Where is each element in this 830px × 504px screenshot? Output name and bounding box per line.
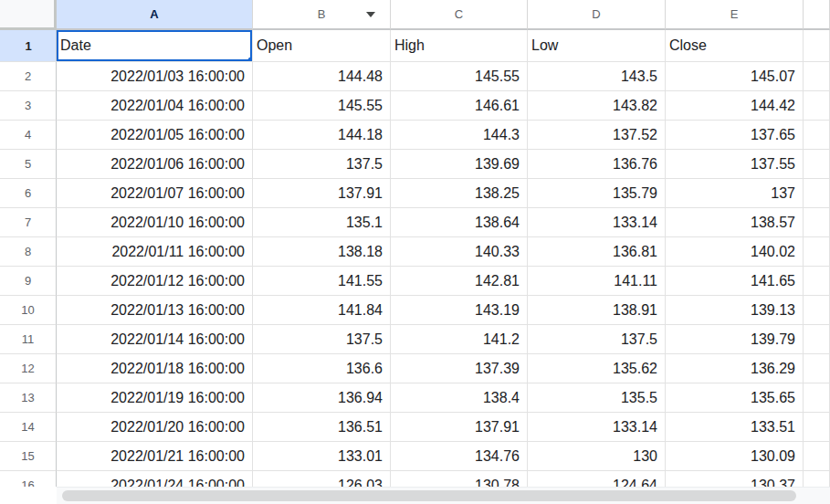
cell[interactable]: 141.84	[253, 296, 391, 325]
cell[interactable]: 139.13	[666, 296, 804, 325]
cell[interactable]: 145.55	[391, 62, 528, 91]
cell[interactable]: 134.76	[391, 442, 528, 471]
cell[interactable]: 137.55	[666, 150, 804, 179]
row-header[interactable]: 4	[0, 121, 57, 150]
cell[interactable]: 137.91	[253, 179, 391, 208]
cell[interactable]: 138.57	[666, 208, 804, 237]
cell[interactable]: Open	[253, 30, 391, 62]
row-header[interactable]: 1	[0, 30, 57, 62]
cell[interactable]: 143.19	[391, 296, 528, 325]
cell[interactable]: 2022/01/13 16:00:00	[57, 296, 253, 325]
cell[interactable]	[804, 325, 830, 354]
column-header[interactable]: E	[666, 0, 804, 30]
cell[interactable]: 140.33	[391, 237, 528, 267]
cell[interactable]	[804, 91, 830, 121]
select-all-corner[interactable]	[0, 0, 57, 30]
cell[interactable]	[804, 383, 830, 413]
cell[interactable]: 145.55	[253, 91, 391, 121]
cell[interactable]: 140.02	[666, 237, 804, 267]
cell[interactable]	[804, 296, 830, 325]
selected-cell[interactable]: Date	[57, 30, 253, 62]
cell[interactable]: 137.52	[528, 121, 666, 150]
horizontal-scrollbar[interactable]	[57, 487, 830, 504]
cell[interactable]	[804, 442, 830, 471]
cell[interactable]: 2022/01/21 16:00:00	[57, 442, 253, 471]
cell[interactable]: 137.91	[391, 413, 528, 442]
cell[interactable]: 135.62	[528, 354, 666, 383]
cell[interactable]: 135.5	[528, 383, 666, 413]
cell[interactable]	[804, 121, 830, 150]
cell[interactable]	[804, 62, 830, 91]
row-header[interactable]: 13	[0, 383, 57, 413]
column-header[interactable]: C	[391, 0, 528, 30]
row-header[interactable]: 8	[0, 237, 57, 267]
cell[interactable]: 144.3	[391, 121, 528, 150]
cell[interactable]: High	[391, 30, 528, 62]
row-header[interactable]: 6	[0, 179, 57, 208]
cell[interactable]: 141.2	[391, 325, 528, 354]
cell[interactable]: 2022/01/20 16:00:00	[57, 413, 253, 442]
cell[interactable]: 2022/01/07 16:00:00	[57, 179, 253, 208]
cell[interactable]: 2022/01/18 16:00:00	[57, 354, 253, 383]
fill-handle[interactable]	[247, 57, 253, 62]
row-header[interactable]: 10	[0, 296, 57, 325]
cell[interactable]: 138.25	[391, 179, 528, 208]
cell[interactable]: 136.51	[253, 413, 391, 442]
column-dropdown-icon[interactable]	[366, 12, 375, 17]
row-header[interactable]: 11	[0, 325, 57, 354]
cell[interactable]: 136.76	[528, 150, 666, 179]
cell[interactable]: 139.79	[666, 325, 804, 354]
cell[interactable]: 146.61	[391, 91, 528, 121]
horizontal-scrollbar-thumb[interactable]	[62, 490, 796, 501]
cell[interactable]: 144.18	[253, 121, 391, 150]
cell[interactable]	[804, 354, 830, 383]
column-header[interactable]: B	[253, 0, 391, 30]
row-header[interactable]: 9	[0, 267, 57, 296]
cell[interactable]: 2022/01/05 16:00:00	[57, 121, 253, 150]
cell[interactable]: 136.6	[253, 354, 391, 383]
cell[interactable]	[804, 208, 830, 237]
cell[interactable]: 141.65	[666, 267, 804, 296]
cell[interactable]: 138.91	[528, 296, 666, 325]
cell[interactable]: 139.69	[391, 150, 528, 179]
cell[interactable]: 141.11	[528, 267, 666, 296]
cell[interactable]: 144.42	[666, 91, 804, 121]
row-header[interactable]: 5	[0, 150, 57, 179]
cell[interactable]: 130	[528, 442, 666, 471]
cell[interactable]: 137	[666, 179, 804, 208]
cell[interactable]: 136.94	[253, 383, 391, 413]
cell[interactable]: 2022/01/12 16:00:00	[57, 267, 253, 296]
cell[interactable]: 2022/01/11 16:00:00	[57, 237, 253, 267]
cell[interactable]: 136.81	[528, 237, 666, 267]
row-header[interactable]: 2	[0, 62, 57, 91]
row-header[interactable]: 14	[0, 413, 57, 442]
cell[interactable]: 142.81	[391, 267, 528, 296]
cell[interactable]: 136.29	[666, 354, 804, 383]
row-header[interactable]: 3	[0, 91, 57, 121]
cell[interactable]	[804, 267, 830, 296]
cell[interactable]: Low	[528, 30, 666, 62]
cell[interactable]: 2022/01/03 16:00:00	[57, 62, 253, 91]
cell[interactable]: 138.4	[391, 383, 528, 413]
cell[interactable]: 143.5	[528, 62, 666, 91]
cell[interactable]: 137.5	[253, 150, 391, 179]
cell[interactable]: 138.18	[253, 237, 391, 267]
cell[interactable]	[804, 237, 830, 267]
row-header[interactable]: 7	[0, 208, 57, 237]
cell[interactable]: 2022/01/06 16:00:00	[57, 150, 253, 179]
cell[interactable]: 137.5	[253, 325, 391, 354]
cell[interactable]: 137.65	[666, 121, 804, 150]
cell[interactable]: 141.55	[253, 267, 391, 296]
cell[interactable]: Close	[666, 30, 804, 62]
cell[interactable]: 2022/01/14 16:00:00	[57, 325, 253, 354]
cell[interactable]	[804, 413, 830, 442]
cell[interactable]: 2022/01/19 16:00:00	[57, 383, 253, 413]
cell[interactable]: 137.39	[391, 354, 528, 383]
cell[interactable]: 133.51	[666, 413, 804, 442]
cell[interactable]: 130.09	[666, 442, 804, 471]
cell[interactable]: 135.1	[253, 208, 391, 237]
cell[interactable]: 2022/01/10 16:00:00	[57, 208, 253, 237]
cell[interactable]: 145.07	[666, 62, 804, 91]
cell[interactable]: 133.14	[528, 413, 666, 442]
cell[interactable]: 133.01	[253, 442, 391, 471]
